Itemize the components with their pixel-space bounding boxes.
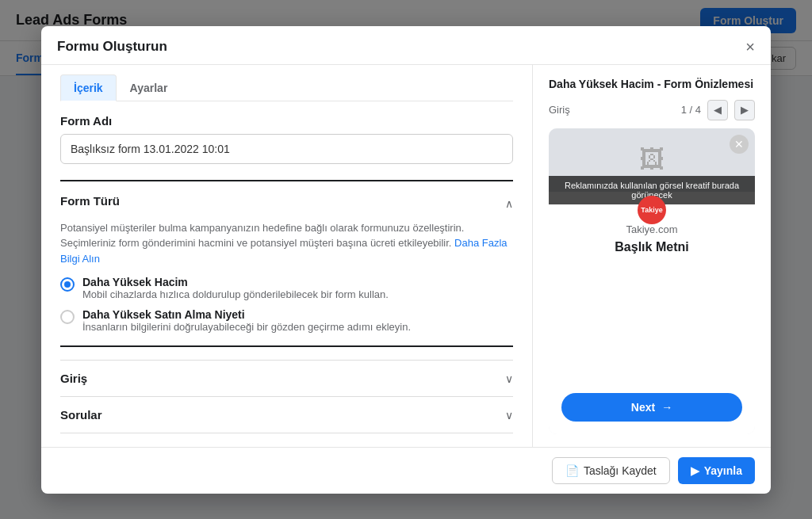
right-panel: Daha Yüksek Hacim - Form Önizlemesi Giri… bbox=[533, 65, 771, 447]
draft-button[interactable]: 📄 Taslağı Kaydet bbox=[552, 457, 670, 484]
next-button-label: Next bbox=[631, 401, 655, 414]
modal-tabs: İçerik Ayarlar bbox=[60, 65, 513, 101]
modal-overlay: Formu Oluşturun × İçerik Ayarlar Form Ad… bbox=[0, 0, 812, 519]
radio-option-high-volume[interactable]: Daha Yüksek Hacim Mobil cihazlarda hızlı… bbox=[60, 276, 513, 300]
divider-1 bbox=[60, 180, 513, 181]
preview-nav-label: Giriş bbox=[549, 104, 570, 116]
preview-nav: Giriş 1 / 4 ◀ ▶ bbox=[549, 100, 755, 120]
form-name-input[interactable] bbox=[60, 134, 513, 164]
preview-title: Daha Yüksek Hacim - Form Önizlemesi bbox=[549, 78, 755, 90]
next-arrow-icon: → bbox=[661, 401, 672, 414]
form-type-header: Form Türü ∧ bbox=[60, 194, 513, 214]
modal-header: Formu Oluşturun × bbox=[41, 26, 771, 65]
tab-settings[interactable]: Ayarlar bbox=[117, 74, 182, 101]
modal-footer: 📄 Taslağı Kaydet ▶ Yayınla bbox=[41, 447, 771, 494]
collapsible-sorular-title: Sorular bbox=[60, 408, 102, 422]
preview-nav-pages: 1 / 4 ◀ ▶ bbox=[681, 100, 755, 120]
brand-name: Takiye.com bbox=[626, 223, 677, 235]
phone-next-button[interactable]: Next → bbox=[561, 393, 742, 422]
radio-option1-title: Daha Yüksek Hacim bbox=[82, 276, 389, 288]
collapsible-giris-header[interactable]: Giriş ∨ bbox=[60, 372, 513, 385]
draft-label: Taslağı Kaydet bbox=[584, 464, 657, 477]
image-placeholder-icon: 🖼 bbox=[639, 145, 665, 174]
prev-page-button[interactable]: ◀ bbox=[707, 100, 728, 120]
radio-option2-title: Daha Yüksek Satın Alma Niyeti bbox=[82, 308, 411, 321]
radio-option1-desc: Mobil cihazlarda hızlıca doldurulup gönd… bbox=[82, 288, 389, 300]
divider-2 bbox=[60, 345, 513, 347]
left-panel: İçerik Ayarlar Form Adı Form Türü ∧ bbox=[41, 65, 533, 447]
chevron-down-icon: ∨ bbox=[505, 372, 513, 385]
next-page-button[interactable]: ▶ bbox=[734, 100, 755, 120]
modal: Formu Oluşturun × İçerik Ayarlar Form Ad… bbox=[41, 26, 771, 494]
section-gizlilik: Gizlilik ∨ bbox=[60, 433, 513, 447]
modal-title: Formu Oluşturun bbox=[57, 39, 167, 55]
tab-content[interactable]: İçerik bbox=[60, 74, 117, 101]
form-name-section: Form Adı bbox=[60, 114, 513, 164]
publish-label: Yayınla bbox=[704, 464, 742, 477]
radio-checked-icon bbox=[60, 277, 75, 292]
collapsible-giris-title: Giriş bbox=[60, 372, 87, 385]
phone-content: Takiye.com Başlık Metni Next → bbox=[549, 192, 755, 434]
chevron-down-icon-2: ∨ bbox=[505, 409, 513, 422]
phone-close-button[interactable]: ✕ bbox=[730, 135, 749, 154]
form-name-label: Form Adı bbox=[60, 114, 513, 128]
collapsible-sorular-header[interactable]: Sorular ∨ bbox=[60, 408, 513, 422]
form-type-desc: Potansiyel müşteriler bulma kampanyanızı… bbox=[60, 220, 513, 267]
form-type-section: Form Türü ∧ Potansiyel müşteriler bulma … bbox=[60, 194, 513, 334]
phone-mockup: ✕ 🖼 Reklamınızda kullanılan görsel kreat… bbox=[549, 128, 755, 434]
section-giris: Giriş ∨ bbox=[60, 360, 513, 396]
radio-unchecked-icon bbox=[60, 310, 75, 324]
radio-option-purchase-intent[interactable]: Daha Yüksek Satın Alma Niyeti İnsanların… bbox=[60, 308, 513, 333]
brand-badge: Takiye bbox=[638, 196, 666, 224]
publish-icon: ▶ bbox=[691, 464, 699, 477]
modal-close-button[interactable]: × bbox=[745, 39, 755, 55]
pages-count: 1 / 4 bbox=[681, 104, 701, 116]
phone-heading: Başlık Metni bbox=[615, 240, 688, 254]
section-sorular: Sorular ∨ bbox=[60, 396, 513, 433]
form-type-chevron-icon: ∧ bbox=[505, 197, 513, 210]
modal-body: İçerik Ayarlar Form Adı Form Türü ∧ bbox=[41, 65, 771, 447]
radio-option2-desc: İnsanların bilgilerini doğrulayabileceği… bbox=[82, 321, 411, 333]
form-type-label: Form Türü bbox=[60, 194, 120, 208]
publish-button[interactable]: ▶ Yayınla bbox=[678, 457, 755, 484]
draft-icon: 📄 bbox=[565, 464, 579, 477]
